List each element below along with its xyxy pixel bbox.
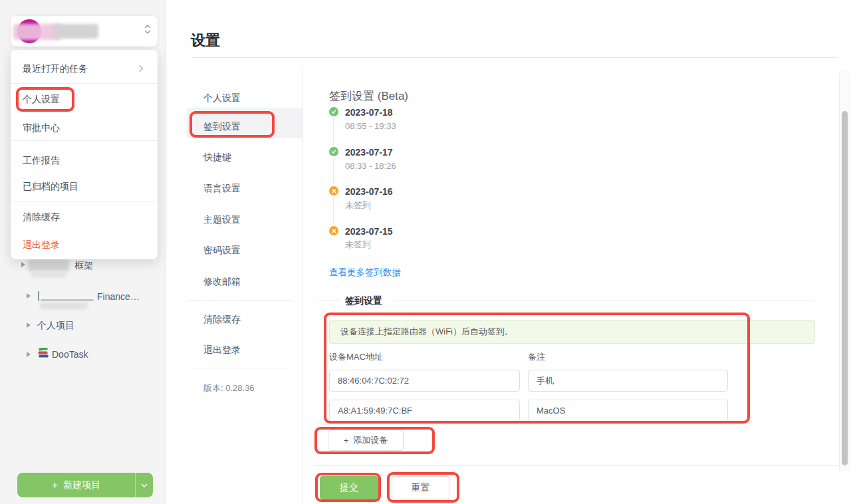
plus-icon: + — [52, 480, 58, 491]
settings-nav-item-clear-cache[interactable]: 清除缓存 — [203, 314, 241, 324]
mac-address-input-1[interactable] — [329, 370, 520, 392]
divider — [11, 201, 158, 202]
submit-button[interactable]: 提交 — [320, 476, 378, 499]
divider — [187, 300, 293, 301]
checkin-status: 未签到 — [345, 239, 371, 249]
redacted-text — [38, 291, 39, 301]
check-circle-icon — [329, 147, 338, 156]
menu-item-recent-tasks[interactable]: 最近打开的任务 — [23, 63, 88, 74]
divider — [187, 368, 293, 368]
settings-nav-item-theme[interactable]: 主题设置 — [203, 214, 241, 225]
redacted-text — [41, 299, 94, 301]
checkin-date: 2023-07-18 — [345, 108, 393, 118]
expand-arrow-icon[interactable] — [27, 322, 31, 328]
mac-address-input-2[interactable] — [329, 400, 520, 422]
note-label: 备注 — [528, 351, 545, 363]
wifi-checkin-notice: 设备连接上指定路由器（WiFi）后自动签到。 — [329, 320, 815, 344]
menu-item-archived-projects[interactable]: 已归档的项目 — [23, 181, 78, 191]
menu-item-clear-cache[interactable]: 清除缓存 — [23, 211, 60, 222]
reset-button[interactable]: 重置 — [392, 476, 449, 499]
settings-nav-item-shortcuts[interactable]: 快捷键 — [203, 152, 231, 162]
add-device-label: 添加设备 — [353, 434, 388, 446]
divider — [303, 66, 303, 504]
chevron-right-icon — [138, 63, 144, 75]
checkin-date: 2023-07-15 — [345, 227, 393, 237]
x-circle-icon — [329, 186, 338, 195]
new-project-button[interactable]: + 新建项目 — [17, 473, 153, 497]
project-label: Finance… — [97, 291, 140, 302]
expand-arrow-icon[interactable] — [27, 293, 31, 299]
form-section-title: 签到设置 — [345, 295, 382, 307]
divider — [317, 301, 341, 301]
checkin-time: 08:55 - 19:33 — [345, 121, 396, 131]
checkin-status: 未签到 — [345, 200, 371, 210]
settings-nav-item-email[interactable]: 修改邮箱 — [203, 276, 241, 287]
redacted-text — [28, 259, 69, 271]
divider — [11, 140, 158, 141]
settings-nav-item-password[interactable]: 密码设置 — [203, 245, 241, 255]
mac-address-label: 设备MAC地址 — [329, 351, 383, 363]
divider — [11, 83, 158, 84]
project-label: 个人项目 — [37, 320, 74, 330]
user-menu-trigger[interactable] — [11, 16, 158, 47]
project-label: DooTask — [52, 349, 88, 360]
timeline-line — [333, 114, 334, 231]
redacted-username — [53, 24, 98, 39]
version-text: 版本: 0.28.36 — [203, 382, 255, 394]
redacted-text — [40, 303, 88, 309]
check-circle-icon — [329, 107, 338, 116]
books-icon — [37, 348, 49, 361]
menu-item-personal-settings[interactable]: 个人设置 — [23, 94, 60, 104]
app-root: 框架 Finance… 个人项目 — [0, 0, 851, 504]
settings-nav-item-personal[interactable]: 个人设置 — [203, 92, 241, 103]
checkin-time: 08:33 - 18:26 — [345, 161, 396, 171]
settings-nav-item-checkin[interactable]: 签到设置 — [203, 121, 241, 132]
user-dropdown-menu: 最近打开的任务 个人设置 审批中心 工作报告 已归档的项目 清除缓存 退出登录 — [11, 50, 158, 259]
project-label: 框架 — [74, 260, 93, 271]
page-title: 设置 — [191, 32, 220, 49]
note-input-1[interactable] — [528, 370, 728, 392]
checkin-date: 2023-07-16 — [345, 187, 393, 197]
sidebar: 框架 Finance… 个人项目 — [0, 0, 166, 504]
divider — [394, 301, 815, 301]
menu-item-logout[interactable]: 退出登录 — [23, 239, 60, 250]
divider — [191, 57, 838, 58]
checkin-date: 2023-07-17 — [345, 148, 393, 158]
chevron-updown-icon — [144, 25, 151, 34]
scrollbar-thumb[interactable] — [842, 111, 848, 465]
expand-arrow-icon[interactable] — [21, 262, 25, 267]
x-circle-icon — [329, 226, 338, 235]
menu-item-approval-center[interactable]: 审批中心 — [23, 122, 60, 133]
more-checkin-data-link[interactable]: 查看更多签到数据 — [329, 267, 401, 279]
settings-nav-item-language[interactable]: 语言设置 — [203, 183, 241, 193]
settings-nav-item-logout[interactable]: 退出登录 — [203, 344, 241, 355]
expand-arrow-icon[interactable] — [27, 352, 31, 357]
chevron-down-icon[interactable] — [136, 483, 153, 487]
note-input-2[interactable] — [528, 400, 728, 422]
new-project-label: 新建项目 — [63, 479, 100, 491]
redacted-text — [31, 271, 66, 278]
plus-icon: + — [344, 436, 349, 445]
divider — [313, 465, 839, 466]
menu-item-work-report[interactable]: 工作报告 — [23, 155, 60, 166]
add-device-button[interactable]: + 添加设备 — [328, 430, 404, 451]
checkin-heading: 签到设置 (Beta) — [329, 90, 408, 103]
